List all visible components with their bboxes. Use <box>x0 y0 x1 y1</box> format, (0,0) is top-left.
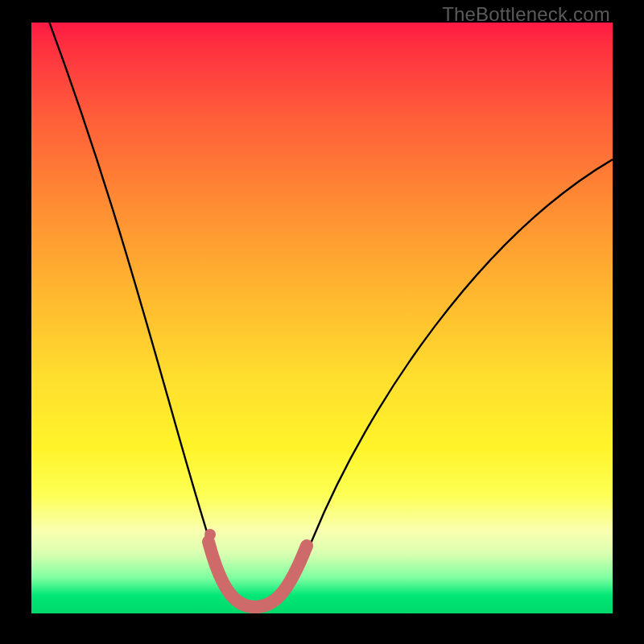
highlight-segment <box>208 542 307 607</box>
bottleneck-curve-svg <box>31 23 613 613</box>
highlight-dot <box>204 529 216 540</box>
main-curve <box>43 23 613 610</box>
chart-area <box>31 23 613 613</box>
watermark-text: TheBottleneck.com <box>442 3 610 26</box>
